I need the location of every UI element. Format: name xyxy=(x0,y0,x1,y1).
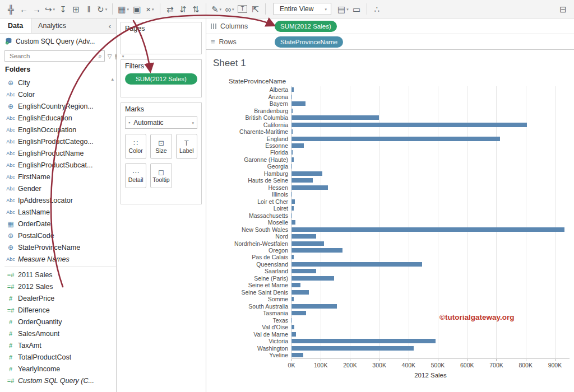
filters-pill-sum-2012-sales[interactable]: SUM(2012 Sales) xyxy=(125,73,197,85)
text-label-button[interactable]: T xyxy=(236,2,249,16)
field-item[interactable]: AbcEnglishProductSubcat... xyxy=(0,159,116,171)
run-updates-button[interactable]: ↻▾ xyxy=(95,2,109,16)
bar[interactable] xyxy=(291,157,294,162)
bar[interactable] xyxy=(291,87,294,92)
bar[interactable] xyxy=(291,262,422,267)
field-item[interactable]: AbcEnglishOccupation xyxy=(0,124,116,136)
field-item[interactable]: #TaxAmt xyxy=(0,339,116,351)
field-item[interactable]: ⊕StateProvinceName xyxy=(0,241,116,253)
bar[interactable] xyxy=(291,115,379,120)
new-worksheet-button[interactable]: ▦▾ xyxy=(116,2,131,16)
bar[interactable] xyxy=(291,325,294,329)
bar[interactable] xyxy=(291,234,316,239)
bar[interactable] xyxy=(291,318,292,323)
field-item[interactable]: AbcEnglishProductCatego... xyxy=(0,136,116,147)
bar[interactable] xyxy=(291,199,295,204)
search-input[interactable] xyxy=(8,52,97,60)
bar[interactable] xyxy=(291,137,500,141)
bar[interactable] xyxy=(291,109,293,113)
clear-sheet-button[interactable]: ×▾ xyxy=(144,2,156,16)
back-button[interactable]: ← xyxy=(17,2,30,16)
bar[interactable] xyxy=(291,178,313,183)
bar[interactable] xyxy=(291,206,294,211)
bar[interactable] xyxy=(291,304,337,309)
field-item[interactable]: ⊕EnglishCountryRegion... xyxy=(0,100,116,112)
bar[interactable] xyxy=(291,101,305,106)
bar[interactable] xyxy=(291,269,316,273)
field-item[interactable]: #TotalProductCost xyxy=(0,351,116,363)
marks-card[interactable]: Marks ▪ Automatic ▾ ∷Color⊡SizeTLabel⋯De… xyxy=(121,102,202,204)
tab-data[interactable]: Data xyxy=(0,18,31,33)
fix-axes-button[interactable]: ⇱ xyxy=(249,2,262,16)
highlight-button[interactable]: ✎▾ xyxy=(210,2,223,16)
bar[interactable] xyxy=(291,213,292,218)
detail-button[interactable]: ⋯Detail xyxy=(125,163,146,188)
filter-fields-icon[interactable]: ▽ xyxy=(108,53,112,59)
bar[interactable] xyxy=(291,255,294,259)
field-item[interactable]: #DealerPrice xyxy=(0,292,116,304)
sort-ascending-button[interactable]: ⇵ xyxy=(177,2,189,16)
field-item[interactable]: AbcIpAddressLocator xyxy=(0,194,116,206)
bar[interactable] xyxy=(291,123,527,127)
rows-pill-stateprovincename[interactable]: StateProvinceName xyxy=(275,36,343,48)
duplicate-button[interactable]: ▣ xyxy=(131,2,144,16)
search-box[interactable]: ⌕ xyxy=(4,50,105,62)
field-item[interactable]: AbcFirstName xyxy=(0,171,116,183)
show-cards-button[interactable]: ▤▾ xyxy=(336,2,350,16)
field-item[interactable]: =#2012 Sales xyxy=(0,281,116,292)
redo-button[interactable]: ↪▾ xyxy=(43,2,57,16)
bar[interactable] xyxy=(291,290,309,295)
bar[interactable] xyxy=(291,311,306,315)
filters-card[interactable]: Filters SUM(2012 Sales) xyxy=(121,59,202,97)
color-button[interactable]: ∷Color xyxy=(125,134,146,159)
show-me-button[interactable]: ⊟ xyxy=(557,2,570,16)
field-item[interactable]: AbcGender xyxy=(0,183,116,194)
bar[interactable] xyxy=(291,339,436,343)
bar[interactable] xyxy=(291,283,300,287)
forward-button[interactable]: → xyxy=(30,2,43,16)
tooltip-button[interactable]: ◻Tooltip xyxy=(150,163,172,188)
bar[interactable] xyxy=(291,171,322,176)
bar[interactable] xyxy=(291,241,324,246)
datasource-row[interactable]: Custom SQL Query (Adv... xyxy=(0,34,116,49)
field-item[interactable]: #SalesAmount xyxy=(0,328,116,339)
bar[interactable] xyxy=(291,248,342,253)
pages-card[interactable]: Pages xyxy=(121,22,202,54)
bar[interactable] xyxy=(291,143,304,148)
field-item[interactable]: AbcColor xyxy=(0,88,116,100)
scroll-up-indicator[interactable]: ▴ xyxy=(111,76,114,82)
field-item[interactable]: =#Difference xyxy=(0,304,116,316)
field-item[interactable]: AbcEnglishEducation xyxy=(0,112,116,124)
share-button[interactable]: ∴ xyxy=(371,2,383,16)
field-item[interactable]: =#Custom SQL Query (C... xyxy=(0,375,116,386)
bar[interactable] xyxy=(291,353,303,357)
rows-shelf[interactable]: ≡ Rows StateProvinceName xyxy=(206,34,574,50)
bar[interactable] xyxy=(291,185,328,190)
bar[interactable] xyxy=(291,129,293,134)
field-item[interactable]: #OrderQuantity xyxy=(0,316,116,328)
save-button[interactable]: ↧ xyxy=(57,2,70,16)
bar[interactable] xyxy=(291,276,334,281)
group-button[interactable]: ∞▾ xyxy=(223,2,236,16)
field-item[interactable]: AbcEnglishProductName xyxy=(0,147,116,159)
bar[interactable] xyxy=(291,150,293,155)
bar[interactable] xyxy=(291,332,296,337)
bar[interactable] xyxy=(291,192,292,197)
size-button[interactable]: ⊡Size xyxy=(150,134,172,159)
sort-descending-button[interactable]: ⇅ xyxy=(189,2,202,16)
field-item[interactable]: AbcMeasure Names xyxy=(0,253,116,265)
bar[interactable] xyxy=(291,297,294,301)
columns-pill-sum-2012-sales[interactable]: SUM(2012 Sales) xyxy=(275,21,337,32)
pause-updates-button[interactable]: ‖ xyxy=(82,2,95,16)
mark-type-dropdown[interactable]: ▪ Automatic ▾ xyxy=(125,116,197,129)
bar[interactable] xyxy=(291,95,292,99)
field-item[interactable]: ▦OrderDate xyxy=(0,218,116,230)
bar[interactable] xyxy=(291,227,564,232)
field-item[interactable]: #YearlyIncome xyxy=(0,363,116,375)
tableau-logo[interactable]: ╬ xyxy=(4,2,17,16)
presentation-button[interactable]: ▭ xyxy=(350,2,363,16)
bar[interactable] xyxy=(291,220,295,225)
field-item[interactable]: ⊕City xyxy=(0,77,116,88)
field-item[interactable]: =#2011 Sales xyxy=(0,269,116,281)
label-button[interactable]: TLabel xyxy=(176,134,197,159)
